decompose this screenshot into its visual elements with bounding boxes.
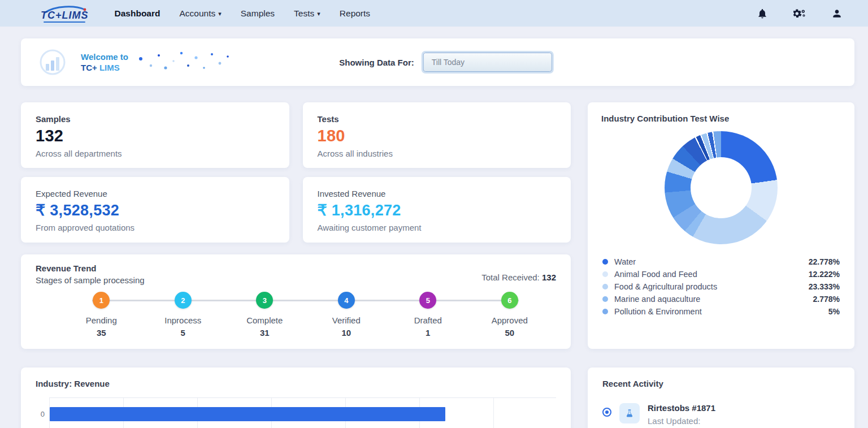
welcome-banner: Welcome to TC+ LIMS Showing Data For: Ti… <box>21 38 854 86</box>
welcome-brand: TC+ LIMS <box>81 62 128 74</box>
nav-accounts[interactable]: Accounts▾ <box>179 8 221 19</box>
nav-reports-label: Reports <box>340 8 370 19</box>
decorative-dots <box>136 49 238 76</box>
chevron-down-icon: ▾ <box>317 10 320 18</box>
recent-activity-card: Recent Activity Rirtestobs #1871 Last Up… <box>588 368 854 428</box>
stat-subtitle: Across all industries <box>318 149 557 158</box>
industry-contribution-card: Industry Contribution Test Wise Water 22… <box>588 102 854 349</box>
step-verified: 4 Verified 10 <box>306 292 388 338</box>
legend-value: 2.778% <box>813 295 840 304</box>
nav-reports[interactable]: Reports <box>340 8 370 19</box>
step-complete: 3 Complete 31 <box>224 292 306 338</box>
revenue-trend-subtitle: Stages of sample processing <box>36 275 145 285</box>
stat-value: 132 <box>36 127 275 145</box>
right-column: Industry Contribution Test Wise Water 22… <box>588 102 854 428</box>
donut-chart-wrap <box>665 131 778 244</box>
legend-dot <box>602 284 608 289</box>
nav-tests[interactable]: Tests▾ <box>294 8 320 19</box>
welcome-brand-primary: TC+ <box>81 63 97 72</box>
step-pending: 1 Pending 35 <box>60 292 142 338</box>
brand-logo[interactable]: TC+LIMS <box>41 5 89 23</box>
step-drafted: 5 Drafted 1 <box>387 292 469 338</box>
legend-dot <box>602 309 608 314</box>
step-label: Pending <box>86 315 117 325</box>
step-count: 5 <box>181 328 185 338</box>
welcome-text: Welcome to TC+ LIMS <box>81 51 128 74</box>
nav-tests-label: Tests <box>294 8 314 19</box>
legend-label: Pollution & Environment <box>614 307 702 316</box>
date-range-select[interactable]: Till Today <box>423 53 552 72</box>
showing-data-group: Showing Data For: Till Today <box>339 53 552 72</box>
stat-subtitle: From approved quotations <box>36 223 275 232</box>
step-label: Inprocess <box>164 315 201 325</box>
sample-stage-stepper: 1 Pending 35 2 Inprocess 5 3 Complete 31 <box>36 292 556 338</box>
step-count: 50 <box>505 328 514 338</box>
nav-dashboard[interactable]: Dashboard <box>115 8 160 19</box>
timeline-radio-dot <box>605 410 609 414</box>
stat-title: Tests <box>318 114 557 124</box>
step-count: 10 <box>341 328 351 338</box>
step-inprocess: 2 Inprocess 5 <box>142 292 224 338</box>
legend-dot <box>602 259 608 265</box>
legend-dot <box>602 271 608 277</box>
welcome-brand-secondary: LIMS <box>99 63 120 72</box>
legend-value: 5% <box>828 307 840 316</box>
activity-item[interactable]: Rirtestobs #1871 Last Updated: <box>602 403 840 426</box>
nav-samples[interactable]: Samples <box>241 8 275 19</box>
top-navbar: TC+LIMS Dashboard Accounts▾ Samples Test… <box>0 0 868 27</box>
revenue-bar <box>50 407 445 421</box>
activity-item-title: Rirtestobs #1871 <box>648 403 715 413</box>
activity-text: Rirtestobs #1871 Last Updated: <box>648 403 715 426</box>
legend-dot <box>602 296 608 302</box>
legend-label: Food & Agricultural products <box>614 282 717 291</box>
brand-underline <box>44 21 85 23</box>
step-count: 1 <box>426 328 430 338</box>
legend-row-water: Water 22.778% <box>601 256 841 268</box>
industry-contribution-title: Industry Contribution Test Wise <box>601 114 841 123</box>
step-label: Verified <box>332 315 361 325</box>
recent-activity-title: Recent Activity <box>602 379 840 388</box>
step-count: 35 <box>97 328 106 338</box>
industry-revenue-title: Industry: Revenue <box>36 379 556 388</box>
industry-revenue-card: Industry: Revenue 0 <box>21 368 571 428</box>
legend-row-marine: Marine and aquaculture 2.778% <box>601 293 841 305</box>
stat-value: 180 <box>318 127 557 145</box>
navbar-actions <box>756 7 843 20</box>
industry-revenue-chart: 0 <box>36 397 556 428</box>
y-axis-tick: 0 <box>36 410 49 428</box>
welcome-chart-icon <box>37 49 72 75</box>
main-nav: Dashboard Accounts▾ Samples Tests▾ Repor… <box>115 8 371 19</box>
step-count: 31 <box>260 328 270 338</box>
donut-hole <box>691 157 752 218</box>
bar-plot-area <box>49 397 556 428</box>
step-circle: 6 <box>501 292 518 309</box>
stat-subtitle: Across all departments <box>36 149 275 158</box>
activity-item-subtitle: Last Updated: <box>648 416 715 426</box>
user-profile-icon[interactable] <box>831 7 843 20</box>
notifications-bell-icon[interactable] <box>756 7 769 20</box>
settings-gear-icon[interactable] <box>793 7 806 20</box>
step-circle: 4 <box>338 292 355 309</box>
stat-value: ₹ 1,316,272 <box>318 201 557 219</box>
chevron-down-icon: ▾ <box>218 10 222 18</box>
brand-text: TC+LIMS <box>41 10 89 20</box>
stat-subtitle: Awaiting customer payment <box>318 223 557 232</box>
revenue-trend-card: Revenue Trend Stages of sample processin… <box>21 254 571 349</box>
step-circle: 3 <box>256 292 273 309</box>
step-label: Drafted <box>414 315 442 325</box>
legend-label: Animal Food and Feed <box>614 270 697 279</box>
legend-value: 23.333% <box>809 282 840 291</box>
revenue-trend-title: Revenue Trend <box>36 263 145 273</box>
legend-value: 22.778% <box>809 257 840 266</box>
stat-title: Invested Revenue <box>318 189 557 198</box>
showing-data-label: Showing Data For: <box>339 58 414 67</box>
welcome-line1: Welcome to <box>81 51 128 63</box>
donut-legend: Water 22.778% Animal Food and Feed 12.22… <box>601 256 841 318</box>
nav-samples-label: Samples <box>241 8 275 19</box>
left-column: Samples 132 Across all departments Tests… <box>21 102 571 428</box>
step-circle: 5 <box>419 292 436 309</box>
step-approved: 6 Approved 50 <box>469 292 551 338</box>
legend-label: Water <box>614 257 636 266</box>
stat-card-invested-revenue: Invested Revenue ₹ 1,316,272 Awaiting cu… <box>303 177 571 243</box>
stat-card-samples: Samples 132 Across all departments <box>21 102 289 168</box>
